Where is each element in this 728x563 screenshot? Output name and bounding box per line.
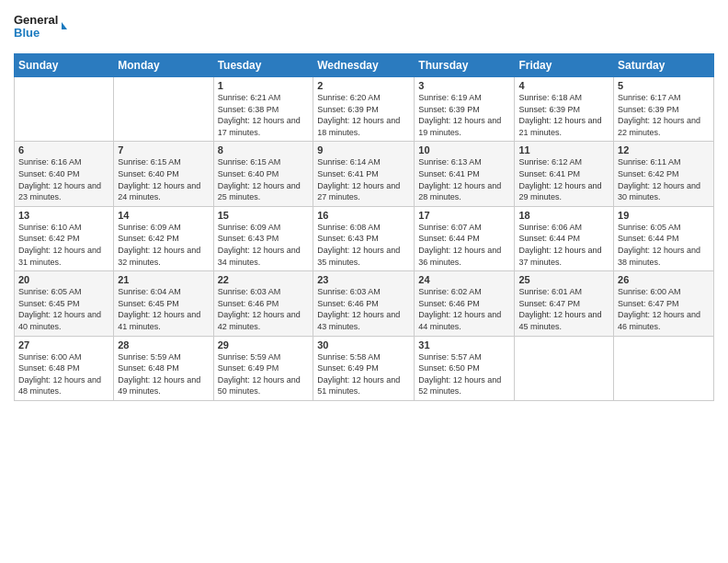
day-number: 15	[218, 210, 310, 221]
day-number: 21	[118, 274, 209, 285]
day-info: Sunrise: 6:02 AM Sunset: 6:46 PM Dayligh…	[418, 286, 510, 332]
day-info: Sunrise: 5:59 AM Sunset: 6:49 PM Dayligh…	[218, 351, 310, 397]
day-info: Sunrise: 6:03 AM Sunset: 6:46 PM Dayligh…	[218, 286, 310, 332]
day-info: Sunrise: 6:09 AM Sunset: 6:42 PM Dayligh…	[118, 222, 209, 268]
day-number: 7	[118, 144, 209, 155]
calendar-week-4: 20Sunrise: 6:05 AM Sunset: 6:45 PM Dayli…	[15, 271, 714, 336]
day-number: 10	[418, 144, 510, 155]
weekday-header-row: SundayMondayTuesdayWednesdayThursdayFrid…	[15, 54, 714, 77]
calendar-cell: 2Sunrise: 6:20 AM Sunset: 6:39 PM Daylig…	[313, 77, 415, 142]
day-info: Sunrise: 6:04 AM Sunset: 6:45 PM Dayligh…	[118, 286, 209, 332]
calendar-cell: 24Sunrise: 6:02 AM Sunset: 6:46 PM Dayli…	[415, 271, 515, 336]
day-info: Sunrise: 6:14 AM Sunset: 6:41 PM Dayligh…	[317, 156, 410, 202]
day-info: Sunrise: 6:09 AM Sunset: 6:43 PM Dayligh…	[218, 222, 310, 268]
page-header: General Blue	[14, 9, 714, 46]
calendar-cell: 11Sunrise: 6:12 AM Sunset: 6:41 PM Dayli…	[515, 142, 614, 206]
calendar-cell: 12Sunrise: 6:11 AM Sunset: 6:42 PM Dayli…	[614, 142, 714, 206]
calendar-cell: 16Sunrise: 6:08 AM Sunset: 6:43 PM Dayli…	[313, 206, 415, 270]
calendar-cell: 20Sunrise: 6:05 AM Sunset: 6:45 PM Dayli…	[15, 271, 114, 336]
calendar-cell: 6Sunrise: 6:16 AM Sunset: 6:40 PM Daylig…	[15, 142, 114, 206]
weekday-header-tuesday: Tuesday	[213, 54, 313, 77]
day-info: Sunrise: 6:21 AM Sunset: 6:38 PM Dayligh…	[218, 92, 310, 138]
calendar-week-5: 27Sunrise: 6:00 AM Sunset: 6:48 PM Dayli…	[15, 336, 714, 400]
day-info: Sunrise: 6:10 AM Sunset: 6:42 PM Dayligh…	[18, 222, 109, 268]
day-info: Sunrise: 6:01 AM Sunset: 6:47 PM Dayligh…	[518, 286, 609, 332]
svg-text:General: General	[14, 13, 58, 27]
day-number: 9	[317, 144, 410, 155]
calendar-cell: 23Sunrise: 6:03 AM Sunset: 6:46 PM Dayli…	[313, 271, 415, 336]
calendar-cell: 3Sunrise: 6:19 AM Sunset: 6:39 PM Daylig…	[415, 77, 515, 142]
day-info: Sunrise: 6:15 AM Sunset: 6:40 PM Dayligh…	[118, 156, 209, 202]
day-info: Sunrise: 6:07 AM Sunset: 6:44 PM Dayligh…	[418, 222, 510, 268]
weekday-header-sunday: Sunday	[15, 54, 114, 77]
day-info: Sunrise: 6:12 AM Sunset: 6:41 PM Dayligh…	[518, 156, 609, 202]
calendar-cell	[515, 336, 614, 400]
svg-marker-2	[62, 22, 67, 29]
day-number: 3	[418, 80, 510, 91]
logo: General Blue	[14, 9, 69, 46]
day-info: Sunrise: 6:17 AM Sunset: 6:39 PM Dayligh…	[618, 92, 710, 138]
day-number: 23	[317, 274, 410, 285]
day-info: Sunrise: 6:11 AM Sunset: 6:42 PM Dayligh…	[618, 156, 710, 202]
day-number: 2	[317, 80, 410, 91]
day-info: Sunrise: 6:19 AM Sunset: 6:39 PM Dayligh…	[418, 92, 510, 138]
day-info: Sunrise: 6:18 AM Sunset: 6:39 PM Dayligh…	[518, 92, 609, 138]
day-number: 20	[18, 274, 109, 285]
day-info: Sunrise: 6:03 AM Sunset: 6:46 PM Dayligh…	[317, 286, 410, 332]
calendar-cell: 10Sunrise: 6:13 AM Sunset: 6:41 PM Dayli…	[415, 142, 515, 206]
calendar-cell: 4Sunrise: 6:18 AM Sunset: 6:39 PM Daylig…	[515, 77, 614, 142]
calendar-cell: 18Sunrise: 6:06 AM Sunset: 6:44 PM Dayli…	[515, 206, 614, 270]
day-info: Sunrise: 6:00 AM Sunset: 6:47 PM Dayligh…	[618, 286, 710, 332]
calendar-cell: 1Sunrise: 6:21 AM Sunset: 6:38 PM Daylig…	[213, 77, 313, 142]
calendar-cell	[114, 77, 213, 142]
calendar-cell: 8Sunrise: 6:15 AM Sunset: 6:40 PM Daylig…	[213, 142, 313, 206]
calendar-week-1: 1Sunrise: 6:21 AM Sunset: 6:38 PM Daylig…	[15, 77, 714, 142]
calendar-cell: 31Sunrise: 5:57 AM Sunset: 6:50 PM Dayli…	[415, 336, 515, 400]
day-info: Sunrise: 6:15 AM Sunset: 6:40 PM Dayligh…	[218, 156, 310, 202]
day-number: 17	[418, 210, 510, 221]
calendar-cell: 25Sunrise: 6:01 AM Sunset: 6:47 PM Dayli…	[515, 271, 614, 336]
day-info: Sunrise: 6:05 AM Sunset: 6:45 PM Dayligh…	[18, 286, 109, 332]
day-info: Sunrise: 6:20 AM Sunset: 6:39 PM Dayligh…	[317, 92, 410, 138]
day-info: Sunrise: 6:13 AM Sunset: 6:41 PM Dayligh…	[418, 156, 510, 202]
day-number: 8	[218, 144, 310, 155]
calendar-week-3: 13Sunrise: 6:10 AM Sunset: 6:42 PM Dayli…	[15, 206, 714, 270]
day-number: 28	[118, 339, 209, 350]
day-info: Sunrise: 6:05 AM Sunset: 6:44 PM Dayligh…	[618, 222, 710, 268]
calendar-table: SundayMondayTuesdayWednesdayThursdayFrid…	[14, 53, 714, 401]
day-info: Sunrise: 5:59 AM Sunset: 6:48 PM Dayligh…	[118, 351, 209, 397]
day-number: 22	[218, 274, 310, 285]
calendar-cell: 27Sunrise: 6:00 AM Sunset: 6:48 PM Dayli…	[15, 336, 114, 400]
calendar-cell	[15, 77, 114, 142]
day-number: 12	[618, 144, 710, 155]
weekday-header-saturday: Saturday	[614, 54, 714, 77]
day-info: Sunrise: 5:57 AM Sunset: 6:50 PM Dayligh…	[418, 351, 510, 397]
weekday-header-thursday: Thursday	[415, 54, 515, 77]
calendar-cell: 26Sunrise: 6:00 AM Sunset: 6:47 PM Dayli…	[614, 271, 714, 336]
weekday-header-monday: Monday	[114, 54, 213, 77]
calendar-cell: 17Sunrise: 6:07 AM Sunset: 6:44 PM Dayli…	[415, 206, 515, 270]
calendar-cell: 5Sunrise: 6:17 AM Sunset: 6:39 PM Daylig…	[614, 77, 714, 142]
calendar-cell	[614, 336, 714, 400]
day-info: Sunrise: 5:58 AM Sunset: 6:49 PM Dayligh…	[317, 351, 410, 397]
logo-svg: General Blue	[14, 9, 69, 46]
calendar-cell: 21Sunrise: 6:04 AM Sunset: 6:45 PM Dayli…	[114, 271, 213, 336]
day-number: 4	[518, 80, 609, 91]
weekday-header-friday: Friday	[515, 54, 614, 77]
day-number: 29	[218, 339, 310, 350]
calendar-cell: 22Sunrise: 6:03 AM Sunset: 6:46 PM Dayli…	[213, 271, 313, 336]
day-number: 31	[418, 339, 510, 350]
day-info: Sunrise: 6:16 AM Sunset: 6:40 PM Dayligh…	[18, 156, 109, 202]
calendar-cell: 9Sunrise: 6:14 AM Sunset: 6:41 PM Daylig…	[313, 142, 415, 206]
day-number: 1	[218, 80, 310, 91]
calendar-cell: 7Sunrise: 6:15 AM Sunset: 6:40 PM Daylig…	[114, 142, 213, 206]
calendar-cell: 15Sunrise: 6:09 AM Sunset: 6:43 PM Dayli…	[213, 206, 313, 270]
calendar-week-2: 6Sunrise: 6:16 AM Sunset: 6:40 PM Daylig…	[15, 142, 714, 206]
day-info: Sunrise: 6:06 AM Sunset: 6:44 PM Dayligh…	[518, 222, 609, 268]
day-info: Sunrise: 6:00 AM Sunset: 6:48 PM Dayligh…	[18, 351, 109, 397]
calendar-cell: 29Sunrise: 5:59 AM Sunset: 6:49 PM Dayli…	[213, 336, 313, 400]
day-info: Sunrise: 6:08 AM Sunset: 6:43 PM Dayligh…	[317, 222, 410, 268]
day-number: 5	[618, 80, 710, 91]
day-number: 24	[418, 274, 510, 285]
day-number: 30	[317, 339, 410, 350]
